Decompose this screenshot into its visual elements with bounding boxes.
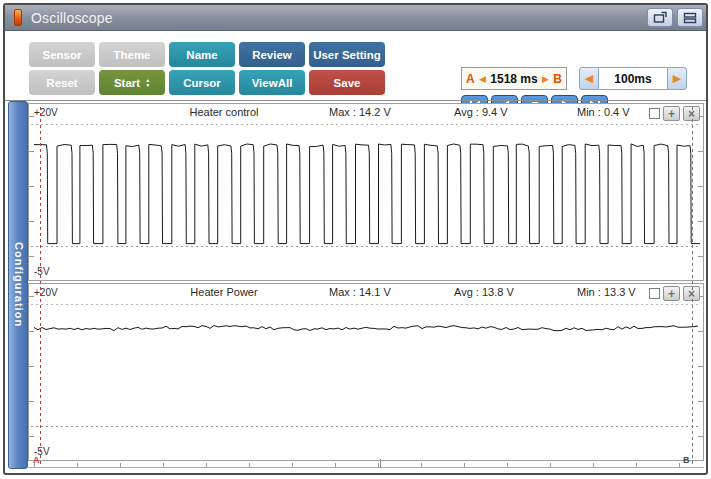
window-title: Oscilloscope (31, 10, 113, 26)
save-label: Save (334, 77, 361, 89)
user-setting-button[interactable]: User Setting (309, 42, 385, 67)
user-setting-label: User Setting (313, 49, 381, 61)
x-axis: A B (28, 461, 704, 473)
interval-increase-button[interactable]: ▶ (667, 67, 687, 90)
x-axis-center-tick (380, 459, 381, 468)
chart-panel-heater-control: +20V -5V Heater control Max : 14.2 V Avg… (28, 103, 704, 281)
name-label: Name (186, 49, 217, 61)
cursor-button[interactable]: Cursor (169, 70, 235, 95)
cursor-a-label: A (33, 455, 40, 465)
title-bar: Oscilloscope (5, 5, 706, 31)
x-axis-line (28, 467, 704, 468)
toolbar-chart-divider (5, 100, 706, 101)
chart-panel-heater-power: +20V -5V Heater Power Max : 14.1 V Avg :… (28, 283, 704, 461)
reset-label: Reset (46, 77, 77, 89)
left-arrow-icon: ◀ (585, 72, 593, 85)
configuration-tab[interactable]: Configuration (8, 101, 28, 469)
app-window: Oscilloscope Sensor Theme Name Review Us… (3, 3, 708, 475)
right-arrow-icon: ▶ (673, 72, 681, 85)
range-right-arrow-icon: ▶ (542, 74, 549, 84)
range-left-arrow-icon: ◀ (479, 74, 486, 84)
heater-control-waveform (34, 104, 700, 281)
range-value: 1518 ms (490, 72, 537, 86)
popout-window-icon (653, 11, 668, 24)
interval-decrease-button[interactable]: ◀ (579, 67, 599, 90)
app-icon (14, 9, 22, 26)
interval-spinner: ◀ 100ms ▶ (579, 67, 687, 90)
start-updown-icon: ▲▼ (145, 78, 150, 88)
toolbar: Sensor Theme Name Review User Setting Re… (5, 32, 706, 100)
sensor-button[interactable]: Sensor (29, 42, 95, 67)
cursor-a-tag: A (466, 72, 475, 86)
popout-window-button[interactable] (647, 8, 673, 27)
ab-range-box[interactable]: A ◀ 1518 ms ▶ B (461, 67, 567, 90)
review-button[interactable]: Review (239, 42, 305, 67)
start-label: Start (114, 77, 140, 89)
cursor-label: Cursor (183, 77, 221, 89)
save-button[interactable]: Save (309, 70, 385, 95)
name-button[interactable]: Name (169, 42, 235, 67)
shade-window-button[interactable] (677, 8, 703, 27)
chart-area: +20V -5V Heater control Max : 14.2 V Avg… (28, 103, 704, 473)
cursor-a-line[interactable] (40, 107, 41, 467)
shade-window-icon (683, 12, 697, 24)
cursor-b-label: B (683, 455, 690, 465)
theme-button[interactable]: Theme (99, 42, 165, 67)
review-label: Review (252, 49, 292, 61)
reset-button[interactable]: Reset (29, 70, 95, 95)
cursor-b-line[interactable] (692, 107, 693, 467)
cursor-b-tag: B (553, 72, 562, 86)
configuration-tab-label: Configuration (12, 102, 26, 468)
sensor-label: Sensor (43, 49, 82, 61)
start-button[interactable]: Start ▲▼ (99, 70, 165, 95)
interval-value: 100ms (599, 67, 667, 90)
viewall-label: ViewAll (252, 77, 293, 89)
theme-label: Theme (113, 49, 150, 61)
heater-power-waveform (34, 284, 700, 461)
oscilloscope-app: Oscilloscope Sensor Theme Name Review Us… (0, 0, 711, 479)
viewall-button[interactable]: ViewAll (239, 70, 305, 95)
